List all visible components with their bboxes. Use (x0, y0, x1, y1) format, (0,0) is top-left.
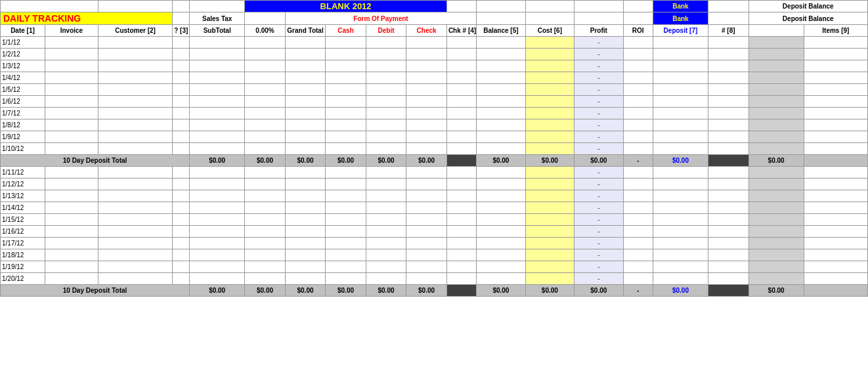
subtotal-cost-2: $0.00 (525, 285, 574, 297)
subtotal-depnum-dark-1 (708, 155, 749, 167)
table-row: 1/11/12 - (1, 167, 868, 179)
subtotal-value-2: $0.00 (190, 285, 245, 297)
table-row: 1/19/12 - (1, 261, 868, 273)
subtotal-profit-2: $0.00 (575, 285, 623, 297)
subtotal-depnum-dark-2 (708, 285, 749, 297)
col-chknum: Chk # [4] (446, 25, 476, 37)
col-depnum: # [8] (708, 25, 749, 37)
subtotal-row-1: 10 Day Deposit Total $0.00 $0.00 $0.00 $… (1, 155, 868, 167)
col-cash: Cash (326, 25, 366, 37)
subtotal-profit-1: $0.00 (575, 155, 623, 167)
table-row: 1/14/12 - (1, 202, 868, 214)
subtotal-grand-2: $0.00 (285, 285, 326, 297)
subtotal-cost-1: $0.00 (525, 155, 574, 167)
subtotal-check-2: $0.00 (406, 285, 447, 297)
subtotal-value-1: $0.00 (190, 155, 245, 167)
subtotal-debit-2: $0.00 (366, 285, 406, 297)
subtotal-items-2 (804, 285, 867, 297)
table-row: 1/17/12 - (1, 238, 868, 249)
table-row: 1/4/12 - (1, 72, 868, 84)
table-row: 1/18/12 - (1, 249, 868, 261)
title-cell: BLANK 2012 (245, 1, 447, 12)
subtotal-balance-2: $0.00 (477, 285, 525, 297)
subtotal-row-2: 10 Day Deposit Total $0.00 $0.00 $0.00 $… (1, 285, 868, 297)
bank-label: Bank (653, 12, 708, 25)
subtotal-deposit-2: $0.00 (653, 285, 708, 297)
col-date: Date [1] (1, 25, 45, 37)
subtotal-tax-2: $0.00 (245, 285, 286, 297)
table-row: 1/5/12 - (1, 84, 868, 96)
form-of-payment-label: Form Of Payment (285, 12, 476, 25)
col-items: Items [9] (804, 25, 867, 37)
table-row: 1/3/12 - (1, 60, 868, 72)
col-deposit: Deposit [7] (653, 25, 708, 37)
subtotal-cash-1: $0.00 (326, 155, 366, 167)
table-row: 1/10/12 - (1, 143, 868, 155)
subtotal-items-1 (804, 155, 867, 167)
subtotal-tax-1: $0.00 (245, 155, 286, 167)
table-row: 1/2/12 - (1, 49, 868, 60)
subtotal-grand-1: $0.00 (285, 155, 326, 167)
bank-header: Bank (653, 1, 708, 12)
table-row: 1/9/12 - (1, 131, 868, 143)
col-roi: ROI (623, 25, 653, 37)
col-depbal (749, 25, 804, 37)
subtotal-depbal-2: $0.00 (749, 285, 804, 297)
deposit-balance-label: Deposit Balance (749, 12, 867, 25)
col-grand: Grand Total (285, 25, 326, 37)
col-invoice: Invoice (45, 25, 98, 37)
table-row: 1/6/12 - (1, 96, 868, 108)
col-tax: 0.00% (245, 25, 286, 37)
subtotal-roi-2: - (623, 285, 653, 297)
subtotal-debit-1: $0.00 (366, 155, 406, 167)
subtotal-balance-1: $0.00 (477, 155, 525, 167)
sales-tax-label: Sales Tax (190, 12, 245, 25)
subtotal-label-1: 10 Day Deposit Total (1, 155, 190, 167)
col-debit: Debit (366, 25, 406, 37)
col-profit: Profit (575, 25, 623, 37)
table-row: 1/15/12 - (1, 214, 868, 226)
table-row: 1/7/12 - (1, 108, 868, 119)
col-q: ? [3] (173, 25, 190, 37)
subtotal-deposit-1: $0.00 (653, 155, 708, 167)
table-row: 1/20/12 - (1, 273, 868, 285)
table-row: 1/16/12 - (1, 226, 868, 238)
table-row: 1/13/12 - (1, 190, 868, 202)
subtotal-chknum-dark-1 (446, 155, 476, 167)
table-row: 1/8/12 - (1, 119, 868, 131)
table-row: 1/1/12 - (1, 37, 868, 49)
subtotal-chknum-dark-2 (446, 285, 476, 297)
subtotal-cash-2: $0.00 (326, 285, 366, 297)
deposit-balance-header: Deposit Balance (749, 1, 867, 12)
col-customer: Customer [2] (98, 25, 172, 37)
col-cost: Cost [6] (525, 25, 574, 37)
subtotal-check-1: $0.00 (406, 155, 447, 167)
table-row: 1/12/12 - (1, 179, 868, 190)
col-subtotal: SubTotal (190, 25, 245, 37)
subtotal-roi-1: - (623, 155, 653, 167)
col-check: Check (406, 25, 447, 37)
daily-tracking-label: DAILY TRACKING (1, 12, 173, 25)
col-balance: Balance [5] (477, 25, 525, 37)
subtotal-label-2: 10 Day Deposit Total (1, 285, 190, 297)
subtotal-depbal-1: $0.00 (749, 155, 804, 167)
